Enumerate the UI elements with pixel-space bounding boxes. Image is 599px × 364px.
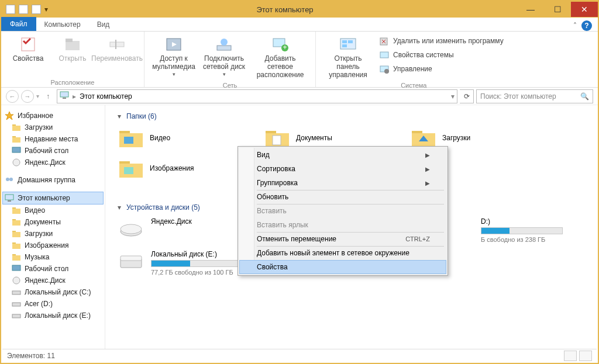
drive-icon bbox=[118, 250, 144, 273]
search-box[interactable]: Поиск: Этот компьютер 🔍 bbox=[476, 89, 593, 103]
svg-rect-12 bbox=[340, 39, 356, 49]
window-controls: — ☐ ✕ bbox=[517, 2, 598, 17]
sidebar-pc-pictures[interactable]: Изображения bbox=[2, 240, 104, 251]
add-network-icon: + bbox=[271, 35, 290, 54]
sidebar-favorites[interactable]: Избранное bbox=[2, 110, 104, 122]
minimize-button[interactable]: — bbox=[517, 2, 544, 17]
svg-rect-48 bbox=[12, 303, 20, 306]
manage-icon bbox=[379, 64, 390, 75]
uninstall-icon bbox=[379, 36, 390, 47]
control-panel-icon bbox=[339, 35, 357, 54]
folders-section-header[interactable]: ▾ Папки (6) bbox=[116, 110, 587, 123]
uninstall-program-button[interactable]: Удалить или изменить программу bbox=[377, 35, 506, 48]
sidebar-pc-documents[interactable]: Документы bbox=[2, 216, 104, 228]
ctx-add-network-element[interactable]: Добавить новый элемент в сетевое окружен… bbox=[239, 246, 446, 260]
add-network-location-button[interactable]: + Добавить сетевое расположение bbox=[251, 34, 309, 80]
svg-point-30 bbox=[13, 159, 20, 166]
title-bar: ▾ Этот компьютер — ☐ ✕ bbox=[1, 1, 598, 18]
properties-icon bbox=[19, 35, 37, 54]
svg-point-46 bbox=[13, 277, 20, 284]
navigation-pane[interactable]: Избранное Загрузки Недавние места Рабочи… bbox=[1, 105, 105, 351]
control-panel-button[interactable]: Открыть панель управления bbox=[322, 34, 374, 80]
close-button[interactable]: ✕ bbox=[571, 2, 598, 17]
svg-rect-42 bbox=[12, 244, 20, 249]
submenu-arrow-icon: ▶ bbox=[425, 166, 430, 172]
sidebar-pc-yandex[interactable]: Яндекс.Диск bbox=[2, 275, 104, 286]
submenu-arrow-icon: ▶ bbox=[425, 180, 430, 186]
svg-rect-28 bbox=[12, 137, 20, 143]
system-properties-button[interactable]: Свойства системы bbox=[377, 49, 506, 62]
context-menu[interactable]: Вид▶ Сортировка▶ Группировка▶ Обновить В… bbox=[237, 146, 448, 276]
ribbon-group-system: Открыть панель управления Удалить или из… bbox=[316, 32, 512, 87]
ctx-group[interactable]: Группировка▶ bbox=[239, 176, 446, 190]
sidebar-item-recent[interactable]: Недавние места bbox=[2, 133, 104, 145]
ribbon-group-label: Система bbox=[401, 80, 426, 89]
history-dropdown-icon[interactable]: ▾ bbox=[36, 93, 39, 99]
sidebar-pc-drive-d[interactable]: Acer (D:) bbox=[2, 298, 104, 310]
sidebar-pc-drive-c[interactable]: Локальный диск (C:) bbox=[2, 286, 104, 298]
sidebar-homegroup[interactable]: Домашняя группа bbox=[2, 174, 104, 186]
address-bar[interactable]: ▸ Этот компьютер ▾ bbox=[57, 89, 457, 103]
open-icon bbox=[63, 35, 82, 54]
sidebar-pc-music[interactable]: Музыка bbox=[2, 251, 104, 263]
address-dropdown-icon[interactable]: ▾ bbox=[451, 92, 455, 100]
svg-rect-14 bbox=[348, 40, 353, 43]
qat-newfolder-icon[interactable] bbox=[32, 5, 41, 14]
sidebar-pc-downloads[interactable]: Загрузки bbox=[2, 228, 104, 240]
tab-view[interactable]: Вид bbox=[89, 18, 118, 31]
drive-d-partial[interactable]: D:) Б свободно из 238 ГБ bbox=[478, 214, 584, 247]
sidebar-item-desktop[interactable]: Рабочий стол bbox=[2, 145, 104, 157]
properties-button[interactable]: Свойства bbox=[7, 34, 49, 64]
refresh-button[interactable]: ⟳ bbox=[460, 89, 474, 103]
sidebar-pc-desktop[interactable]: Рабочий стол bbox=[2, 263, 104, 275]
app-icon bbox=[6, 5, 15, 14]
media-access-button[interactable]: Доступ к мультимедиа▾ bbox=[150, 34, 197, 78]
ctx-undo-move[interactable]: Отменить перемещениеCTRL+Z bbox=[239, 232, 446, 246]
help-icon[interactable]: ? bbox=[581, 20, 592, 31]
svg-rect-49 bbox=[12, 314, 20, 318]
breadcrumb-separator[interactable]: ▸ bbox=[73, 92, 76, 100]
navigation-bar: ← → ▾ ↑ ▸ Этот компьютер ▾ ⟳ Поиск: Этот… bbox=[1, 88, 598, 105]
ribbon-collapse-icon[interactable]: ˄ bbox=[573, 22, 577, 30]
map-drive-button[interactable]: Подключить сетевой диск▾ bbox=[199, 34, 249, 78]
ctx-properties[interactable]: Свойства bbox=[239, 260, 446, 274]
status-bar: Элементов: 11 bbox=[2, 349, 597, 362]
forward-button[interactable]: → bbox=[21, 90, 34, 103]
qat-dropdown-icon[interactable]: ▾ bbox=[44, 5, 48, 13]
details-view-button[interactable] bbox=[564, 351, 577, 361]
svg-point-63 bbox=[121, 224, 142, 234]
ribbon: Свойства Открыть Переименовать Расположе… bbox=[1, 32, 598, 88]
manage-button[interactable]: Управление bbox=[377, 63, 506, 76]
maximize-button[interactable]: ☐ bbox=[544, 2, 571, 17]
ctx-sort[interactable]: Сортировка▶ bbox=[239, 162, 446, 176]
svg-rect-38 bbox=[12, 220, 20, 226]
back-button[interactable]: ← bbox=[6, 90, 19, 103]
search-icon: 🔍 bbox=[580, 92, 589, 100]
sidebar-thispc[interactable]: Этот компьютер bbox=[2, 192, 104, 204]
sidebar-item-yandex[interactable]: Яндекс.Диск bbox=[2, 157, 104, 168]
qat-properties-icon[interactable] bbox=[19, 5, 28, 14]
icons-view-button[interactable] bbox=[579, 351, 592, 361]
sidebar-item-downloads[interactable]: Загрузки bbox=[2, 122, 104, 133]
open-button: Открыть bbox=[51, 34, 94, 64]
sidebar-pc-drive-e[interactable]: Локальный диск (E:) bbox=[2, 310, 104, 321]
tab-file[interactable]: Файл bbox=[1, 17, 36, 31]
svg-rect-15 bbox=[342, 44, 347, 47]
svg-marker-24 bbox=[5, 112, 13, 120]
ctx-refresh[interactable]: Обновить bbox=[239, 190, 446, 204]
up-button[interactable]: ↑ bbox=[42, 90, 54, 103]
svg-rect-40 bbox=[12, 232, 20, 237]
item-count: Элементов: 11 bbox=[7, 352, 55, 360]
shortcut-label: CTRL+Z bbox=[405, 235, 430, 242]
svg-rect-2 bbox=[66, 39, 73, 42]
breadcrumb-thispc[interactable]: Этот компьютер bbox=[80, 92, 132, 100]
collapse-icon[interactable]: ▾ bbox=[116, 113, 123, 120]
sidebar-pc-video[interactable]: Видео bbox=[2, 204, 104, 216]
svg-rect-13 bbox=[342, 40, 347, 43]
system-properties-icon bbox=[379, 50, 390, 61]
ribbon-tabs: Файл Компьютер Вид ˄ ? bbox=[1, 18, 598, 32]
tab-computer[interactable]: Компьютер bbox=[36, 18, 89, 31]
collapse-icon[interactable]: ▾ bbox=[116, 204, 123, 211]
ctx-view[interactable]: Вид▶ bbox=[239, 148, 446, 162]
map-drive-icon bbox=[215, 35, 233, 54]
